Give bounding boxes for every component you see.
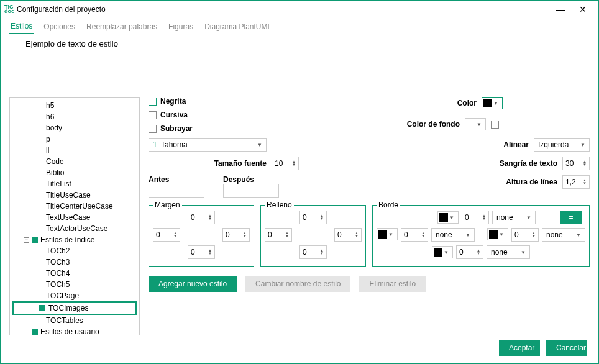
margin-top-input[interactable]: 0▲▼: [188, 211, 215, 224]
border-bottom-style[interactable]: none▼: [487, 245, 530, 259]
fontsize-input[interactable]: 10▲▼: [272, 157, 299, 170]
tree-item[interactable]: TOCPage: [10, 290, 139, 301]
tree-item-label: TOCImages: [48, 304, 88, 312]
after-input[interactable]: [223, 184, 279, 198]
tab-figures[interactable]: Figuras: [167, 20, 194, 34]
align-value: Izquierda: [538, 140, 569, 149]
bgcolor-enable-checkbox[interactable]: [491, 121, 499, 129]
style-tree[interactable]: h5 h6 body p li Code Biblio TitleList Ti…: [9, 97, 140, 335]
border-bottom-color[interactable]: ▼: [432, 246, 453, 258]
tree-item[interactable]: TitleCenterUseCase: [10, 201, 139, 212]
margin-legend: Margen: [153, 201, 182, 209]
tree-item[interactable]: h5: [10, 100, 139, 111]
bgcolor-picker[interactable]: ▼: [465, 118, 486, 130]
tree-item[interactable]: h6: [10, 111, 139, 122]
margin-bottom-input[interactable]: 0▲▼: [188, 245, 215, 259]
chevron-down-icon: ▼: [257, 142, 262, 148]
group-icon: [32, 237, 38, 243]
tree-item[interactable]: body: [10, 122, 139, 134]
close-button[interactable]: ✕: [578, 4, 587, 14]
titlebar: TICdoc Configuración del proyecto — ✕: [1, 1, 598, 18]
padding-legend: Relleno: [265, 201, 294, 209]
bgcolor-label: Color de fondo: [407, 120, 460, 129]
italic-checkbox[interactable]: [149, 111, 157, 119]
tab-plantuml[interactable]: Diagrama PlantUML: [203, 20, 273, 34]
tree-item[interactable]: TOCTables: [10, 315, 139, 326]
border-right-width[interactable]: 0▲▼: [511, 228, 539, 242]
tree-item[interactable]: TOCh3: [10, 257, 139, 268]
padding-right-input[interactable]: 0▲▼: [334, 228, 362, 242]
lineheight-label: Altura de línea: [506, 178, 557, 186]
tab-styles[interactable]: Estilos: [9, 19, 34, 34]
margin-left-input[interactable]: 0▲▼: [153, 228, 180, 242]
lineheight-input[interactable]: 1,2▲▼: [562, 175, 590, 189]
tree-group-index[interactable]: − Estilos de índice: [10, 234, 139, 245]
border-top-width[interactable]: 0▲▼: [462, 211, 489, 224]
margin-fieldset: Margen 0▲▼ 0▲▼ 0▲▼ 0▲▼: [149, 205, 254, 267]
style-example-text: Ejemplo de texto de estilo: [1, 35, 598, 52]
indent-input[interactable]: 30▲▼: [562, 157, 590, 170]
tree-item-selected[interactable]: TOCImages: [12, 301, 137, 315]
tree-item[interactable]: TextUseCase: [10, 212, 139, 223]
tree-item[interactable]: TOCh2: [10, 245, 139, 257]
border-equal-button[interactable]: =: [560, 211, 582, 224]
tree-item[interactable]: TitleList: [10, 178, 139, 189]
underline-label: Subrayar: [160, 124, 193, 133]
collapse-icon[interactable]: −: [24, 237, 29, 243]
spinner-icon[interactable]: ▲▼: [292, 160, 296, 166]
tree-group-user[interactable]: Estilos de usuario: [10, 326, 139, 335]
tree-item[interactable]: Biblio: [10, 167, 139, 178]
window-title: Configuración del proyecto: [17, 5, 106, 14]
tree-item[interactable]: TOCh5: [10, 279, 139, 290]
tree-item[interactable]: p: [10, 134, 139, 145]
bold-checkbox[interactable]: [149, 98, 157, 106]
before-input[interactable]: [149, 184, 204, 198]
color-label: Color: [457, 99, 477, 107]
fontsize-label: Tamaño fuente: [214, 159, 267, 168]
tree-group-label: Estilos de índice: [40, 235, 94, 244]
tree-item[interactable]: Code: [10, 156, 139, 167]
border-top-color[interactable]: ▼: [437, 211, 459, 224]
color-picker[interactable]: ▼: [482, 97, 503, 109]
after-label: Después: [223, 175, 279, 184]
margin-right-input[interactable]: 0▲▼: [222, 228, 250, 242]
italic-label: Cursiva: [160, 111, 188, 119]
padding-top-input[interactable]: 0▲▼: [300, 211, 327, 224]
align-label: Alinear: [503, 140, 529, 149]
border-right-style[interactable]: none▼: [542, 228, 585, 242]
border-left-style[interactable]: none▼: [431, 228, 475, 242]
cancel-button[interactable]: Cancelar: [546, 340, 587, 356]
border-left-width[interactable]: 0▲▼: [401, 228, 428, 242]
align-select[interactable]: Izquierda▼: [534, 138, 590, 152]
border-left-color[interactable]: ▼: [377, 228, 398, 240]
tree-group-label: Estilos de usuario: [40, 327, 99, 335]
chevron-down-icon: ▼: [580, 142, 585, 148]
minimize-button[interactable]: —: [556, 4, 565, 14]
bold-label: Negrita: [160, 97, 186, 106]
tree-item[interactable]: li: [10, 145, 139, 156]
indent-label: Sangría de texto: [500, 159, 557, 168]
padding-left-input[interactable]: 0▲▼: [265, 228, 292, 242]
tab-options[interactable]: Opciones: [42, 20, 76, 34]
tab-bar: Estilos Opciones Reemplazar palabras Fig…: [1, 18, 598, 35]
border-fieldset: Borde ▼ 0▲▼ none▼ = ▼ 0▲▼ none▼ ▼: [372, 205, 590, 267]
rename-style-button[interactable]: Cambiar nombre de estilo: [245, 276, 350, 292]
border-top-style[interactable]: none▼: [492, 211, 536, 224]
ok-button[interactable]: Aceptar: [499, 340, 540, 356]
app-icon: TICdoc: [4, 5, 13, 14]
padding-bottom-input[interactable]: 0▲▼: [300, 245, 327, 259]
font-select[interactable]: ƬTahoma ▼: [149, 138, 267, 152]
tree-item[interactable]: TitleUseCase: [10, 189, 139, 201]
chevron-down-icon: ▼: [477, 122, 482, 127]
delete-style-button[interactable]: Eliminar estilo: [359, 276, 426, 292]
add-style-button[interactable]: Agregar nuevo estilo: [149, 276, 237, 292]
underline-checkbox[interactable]: [149, 125, 157, 133]
spinner-icon[interactable]: ▲▼: [583, 160, 587, 166]
tab-replace[interactable]: Reemplazar palabras: [85, 20, 158, 34]
tree-item[interactable]: TextActorUseCase: [10, 223, 139, 234]
spinner-icon[interactable]: ▲▼: [583, 179, 587, 185]
border-bottom-width[interactable]: 0▲▼: [456, 245, 483, 259]
tree-item[interactable]: TOCh4: [10, 268, 139, 279]
border-right-color[interactable]: ▼: [487, 228, 508, 240]
padding-fieldset: Relleno 0▲▼ 0▲▼ 0▲▼ 0▲▼: [260, 205, 366, 267]
